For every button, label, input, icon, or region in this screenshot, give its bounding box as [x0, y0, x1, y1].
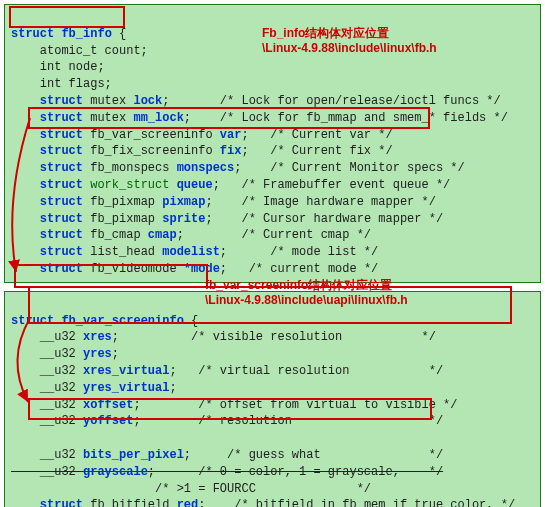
- code-text: mutex: [83, 94, 133, 108]
- code-text: ;: [169, 381, 176, 395]
- code-text: atomic_t count;: [11, 44, 148, 58]
- code-text: bits_per_pixel: [83, 448, 184, 462]
- code-text: {: [112, 27, 126, 41]
- code-text: fix: [220, 144, 242, 158]
- code-text: fb_info: [54, 27, 112, 41]
- annotation-text: Fb_info结构体对应位置: [262, 26, 389, 40]
- code-text: fb_var_screeninfo: [54, 314, 184, 328]
- annotation-fb-var-screeninfo: fb_var_screeninfo结构体对应位置 \Linux-4.9.88\i…: [205, 262, 408, 309]
- code-text: struct: [11, 178, 83, 192]
- code-text: fb_bitfield: [83, 498, 177, 507]
- code-text: fb_pixmap: [83, 195, 162, 209]
- code-text: modelist: [162, 245, 220, 259]
- annotation-text: fb_var_screeninfo结构体对应位置: [205, 278, 392, 292]
- code-text: yoffset: [83, 414, 133, 428]
- code-text: struct: [11, 314, 54, 328]
- code-text: int flags;: [11, 77, 112, 91]
- code-text: fb_pixmap: [83, 212, 162, 226]
- code-text: struct: [11, 161, 83, 175]
- annotation-fb-info: Fb_info结构体对应位置 \Linux-4.9.88\include\lin…: [262, 10, 437, 57]
- code-text: struct: [11, 245, 83, 259]
- code-text: struct: [11, 195, 83, 209]
- code-text: struct: [11, 262, 83, 276]
- code-text: fb_var_screeninfo: [83, 128, 220, 142]
- annotation-text: \Linux-4.9.88\include\linux\fb.h: [262, 41, 437, 55]
- code-text: __u32: [11, 465, 83, 479]
- code-text: struct: [11, 128, 83, 142]
- code-text: ; /* Framebuffer event queue */: [213, 178, 451, 192]
- code-text: ; /* visible resolution */: [112, 330, 436, 344]
- code-text: ; /* virtual resolution */: [169, 364, 443, 378]
- code-text: struct: [11, 27, 54, 41]
- code-text: pixmap: [162, 195, 205, 209]
- code-text: yres_virtual: [83, 381, 169, 395]
- code-text: mutex: [83, 111, 133, 125]
- code-text: __u32: [11, 414, 83, 428]
- code-text: __u32: [11, 347, 83, 361]
- code-text: ; /* Current cmap */: [177, 228, 371, 242]
- code-text: ; /* Cursor hardware mapper */: [205, 212, 443, 226]
- code-text: ; /* Current Monitor specs */: [234, 161, 464, 175]
- code-text: __u32: [11, 381, 83, 395]
- code-text: struct: [11, 498, 83, 507]
- code-text: fb_monspecs: [83, 161, 177, 175]
- annotation-text: \Linux-4.9.88\include\uapi\linux\fb.h: [205, 293, 408, 307]
- code-text: xoffset: [83, 398, 133, 412]
- code-text: __u32: [11, 448, 83, 462]
- code-text: ; /* Image hardware mapper */: [205, 195, 435, 209]
- code-text: __u32: [11, 330, 83, 344]
- code-text: xres_virtual: [83, 364, 169, 378]
- code-text: fb_fix_screeninfo: [83, 144, 220, 158]
- code-text: xres: [83, 330, 112, 344]
- code-text: sprite: [162, 212, 205, 226]
- code-text: {: [184, 314, 198, 328]
- code-text: grayscale: [83, 465, 148, 479]
- code-text: ; /* Current fix */: [241, 144, 392, 158]
- code-text: ; /* 0 = color, 1 = grayscale, */: [148, 465, 443, 479]
- code-text: yres: [83, 347, 112, 361]
- code-block-fb-var-screeninfo: struct fb_var_screeninfo { __u32 xres; /…: [4, 291, 541, 507]
- code-text: ; /* offset from virtual to visible */: [133, 398, 457, 412]
- code-text: struct: [11, 144, 83, 158]
- code-text: fb_videomode: [83, 262, 184, 276]
- code-text: struct: [11, 228, 83, 242]
- code-text: var: [220, 128, 242, 142]
- code-text: red: [177, 498, 199, 507]
- code-text: mm_lock: [133, 111, 183, 125]
- code-text: __u32: [11, 398, 83, 412]
- code-text: struct: [11, 94, 83, 108]
- code-text: lock: [133, 94, 162, 108]
- code-text: struct: [11, 111, 83, 125]
- code-text: ; /* mode list */: [220, 245, 378, 259]
- code-text: ; /* Current var */: [241, 128, 392, 142]
- code-text: monspecs: [177, 161, 235, 175]
- code-text: ;: [112, 347, 119, 361]
- code-text: cmap: [148, 228, 177, 242]
- code-text: ; /* Lock for fb_mmap and smem_* fields …: [184, 111, 508, 125]
- code-text: __u32: [11, 364, 83, 378]
- code-text: struct: [11, 212, 83, 226]
- code-text: work_struct: [83, 178, 177, 192]
- code-text: int node;: [11, 60, 105, 74]
- code-text: ; /* bitfield in fb mem if true color, *…: [198, 498, 515, 507]
- code-text: list_head: [83, 245, 162, 259]
- code-text: ; /* guess what */: [184, 448, 443, 462]
- code-text: /* >1 = FOURCC */: [11, 482, 371, 496]
- code-text: ; /* Lock for open/release/ioctl funcs *…: [162, 94, 500, 108]
- code-text: fb_cmap: [83, 228, 148, 242]
- code-text: ; /* resolution */: [133, 414, 443, 428]
- code-text: queue: [177, 178, 213, 192]
